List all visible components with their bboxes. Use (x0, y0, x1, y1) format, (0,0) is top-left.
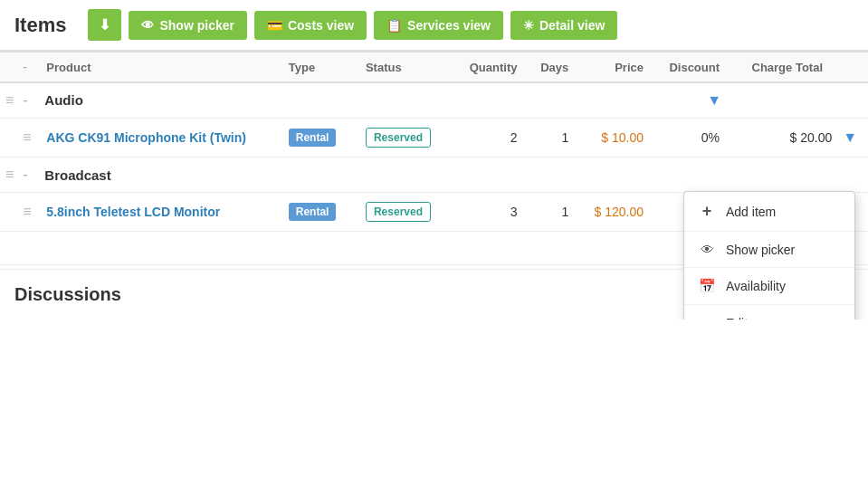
price-column-header: Price (577, 52, 653, 82)
table-row: ≡ AKG CK91 Microphone Kit (Twin) Rental … (0, 119, 868, 158)
status-column-header: Status (357, 52, 453, 82)
calendar-icon: 📅 (699, 278, 715, 294)
days-column-header: Days (526, 52, 577, 82)
charge-total-value: $ 20.00 (790, 130, 833, 145)
menu-label: Edit (726, 316, 748, 320)
product-column-header: Product (37, 52, 279, 82)
context-menu: + Add item 👁 Show picker 📅 Availability … (683, 191, 855, 320)
row-chevron-icon[interactable]: ▼ (843, 129, 857, 145)
product-name: 5.8inch Teletest LCD Monitor (46, 205, 220, 219)
group-row: ≡ - Audio ▼ (0, 82, 868, 119)
group-minus-icon[interactable]: - (23, 92, 27, 108)
quantity-value: 3 (510, 205, 518, 219)
context-menu-item-show-picker[interactable]: 👁 Show picker (684, 232, 854, 268)
costs-view-button[interactable]: 💳 Costs view (254, 11, 367, 40)
show-picker-button[interactable]: 👁 Show picker (129, 11, 246, 40)
group-drag-handle-icon[interactable]: ≡ (5, 167, 14, 182)
costs-icon: 💳 (267, 18, 282, 33)
header: Items ⬇ 👁 Show picker 💳 Costs view 📋 Ser… (0, 0, 868, 51)
services-view-button[interactable]: 📋 Services view (374, 11, 503, 40)
chevron-down-icon[interactable]: ▼ (707, 92, 721, 109)
menu-label: Show picker (726, 243, 795, 257)
group-drag-handle-icon[interactable]: ≡ (5, 92, 14, 108)
days-value: 1 (561, 130, 568, 145)
type-badge-rental: Rental (289, 203, 337, 221)
status-badge-reserved: Reserved (366, 128, 431, 148)
download-button[interactable]: ⬇ (88, 9, 121, 41)
menu-label: Add item (726, 205, 776, 219)
add-icon: + (699, 202, 715, 221)
menu-label: Availability (726, 279, 786, 293)
item-drag-handle-icon[interactable]: ≡ (23, 204, 31, 219)
price-value: $ 10.00 (601, 130, 644, 145)
status-badge-reserved: Reserved (366, 202, 431, 222)
group-row: ≡ - Broadcast (0, 158, 868, 193)
group-minus-icon[interactable]: - (23, 167, 27, 182)
detail-view-button[interactable]: ✳ Detail view (510, 11, 617, 40)
charge-total-column-header: Charge Total (729, 52, 868, 82)
discount-column-header: Discount (653, 52, 729, 82)
broadcast-group-label: Broadcast (44, 167, 110, 183)
item-drag-handle-icon[interactable]: ≡ (23, 129, 31, 145)
context-menu-item-edit[interactable]: ✏ Edit (684, 305, 854, 320)
discussions-title: Discussions (14, 284, 121, 304)
page-title: Items (14, 14, 66, 37)
context-menu-item-availability[interactable]: 📅 Availability (684, 268, 854, 305)
product-name: AKG CK91 Microphone Kit (Twin) (46, 130, 246, 145)
context-menu-item-add-item[interactable]: + Add item (684, 192, 854, 232)
type-column-header: Type (280, 52, 357, 82)
quantity-column-header: Quantity (453, 52, 527, 82)
price-value: $ 120.00 (595, 205, 644, 219)
eye-icon: 👁 (699, 242, 715, 257)
services-icon: 📋 (386, 18, 402, 33)
edit-icon: ✏ (699, 315, 715, 320)
quantity-value: 2 (510, 130, 518, 145)
detail-icon: ✳ (523, 18, 534, 33)
table-header-row: - Product Type Status Quantity Days Pric… (0, 52, 868, 82)
audio-group-label: Audio (44, 92, 83, 108)
type-badge-rental: Rental (289, 129, 337, 147)
days-value: 1 (561, 205, 568, 219)
eye-icon: 👁 (141, 18, 154, 33)
download-icon: ⬇ (99, 16, 110, 33)
discount-value: 0% (701, 130, 720, 145)
